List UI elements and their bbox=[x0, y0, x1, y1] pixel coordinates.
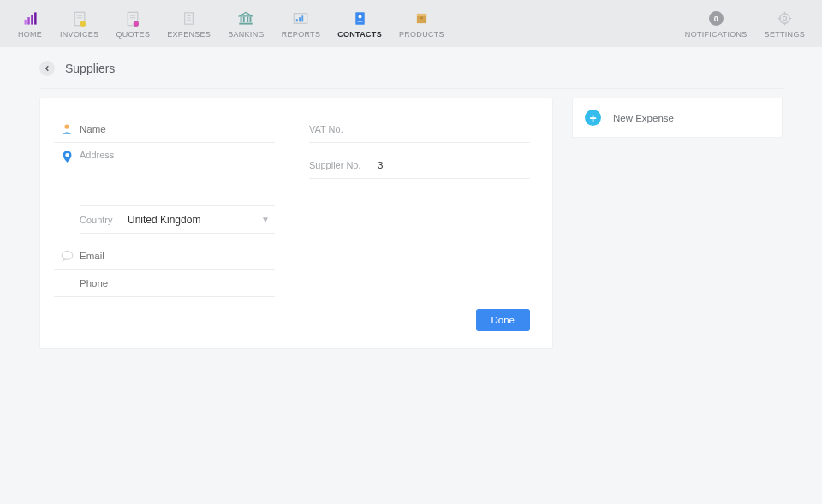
pin-icon bbox=[54, 143, 80, 234]
nav-quotes[interactable]: QUOTES bbox=[107, 9, 158, 39]
done-button[interactable]: Done bbox=[476, 309, 531, 331]
receipt-icon bbox=[182, 9, 195, 28]
svg-point-27 bbox=[358, 15, 361, 19]
svg-point-32 bbox=[783, 16, 786, 20]
name-row bbox=[54, 116, 275, 143]
vat-input[interactable] bbox=[378, 124, 530, 134]
chart-bars-icon bbox=[23, 9, 38, 28]
content-area: Suppliers Address bbox=[0, 47, 822, 349]
person-icon bbox=[54, 123, 80, 135]
svg-point-11 bbox=[134, 21, 139, 26]
email-row bbox=[54, 242, 275, 270]
report-icon bbox=[293, 9, 308, 28]
country-value: United Kingdom bbox=[128, 214, 261, 226]
supplier-no-row: Supplier No. bbox=[309, 151, 530, 179]
main-area: Address Country United Kingdom ▼ bbox=[39, 98, 783, 349]
nav-banking-label: BANKING bbox=[228, 30, 265, 39]
svg-point-38 bbox=[65, 153, 68, 157]
svg-rect-29 bbox=[417, 14, 426, 16]
svg-rect-25 bbox=[302, 15, 304, 21]
page-title: Suppliers bbox=[65, 62, 115, 75]
supplier-form-card: Address Country United Kingdom ▼ bbox=[39, 98, 553, 349]
svg-rect-21 bbox=[240, 23, 253, 25]
invoice-icon bbox=[73, 9, 86, 28]
nav-expenses[interactable]: EXPENSES bbox=[158, 9, 219, 39]
svg-rect-36 bbox=[789, 18, 791, 19]
nav-right: 0 NOTIFICATIONS SETTINGS bbox=[676, 9, 813, 39]
phone-input[interactable] bbox=[80, 278, 275, 288]
nav-left: HOME INVOICES QUOTES EXPENSES BANKING bbox=[9, 9, 453, 39]
breadcrumb: Suppliers bbox=[39, 61, 783, 89]
nav-products-label: PRODUCTS bbox=[399, 30, 444, 39]
svg-point-37 bbox=[64, 124, 68, 128]
nav-home-label: HOME bbox=[18, 30, 42, 39]
svg-rect-3 bbox=[34, 12, 36, 24]
svg-rect-17 bbox=[241, 17, 242, 22]
nav-notifications[interactable]: 0 NOTIFICATIONS bbox=[676, 9, 756, 39]
nav-notifications-label: NOTIFICATIONS bbox=[685, 30, 748, 39]
nav-settings[interactable]: SETTINGS bbox=[756, 9, 813, 39]
svg-rect-33 bbox=[784, 12, 785, 15]
box-icon bbox=[415, 9, 428, 28]
contacts-icon bbox=[354, 9, 366, 28]
nav-quotes-label: QUOTES bbox=[116, 30, 150, 39]
svg-rect-1 bbox=[27, 17, 29, 24]
svg-rect-12 bbox=[185, 13, 194, 24]
top-navigation: HOME INVOICES QUOTES EXPENSES BANKING bbox=[0, 0, 822, 47]
bank-icon bbox=[238, 9, 253, 28]
nav-contacts[interactable]: CONTACTS bbox=[329, 9, 390, 39]
address-label: Address bbox=[80, 143, 275, 162]
new-expense-label: New Expense bbox=[613, 113, 674, 123]
svg-rect-24 bbox=[300, 17, 301, 21]
back-button[interactable] bbox=[39, 61, 55, 76]
form-right-column: VAT No. Supplier No. bbox=[309, 116, 530, 297]
nav-invoices[interactable]: INVOICES bbox=[51, 9, 107, 39]
nav-banking[interactable]: BANKING bbox=[219, 9, 273, 39]
plus-icon: + bbox=[585, 110, 601, 126]
nav-reports-label: REPORTS bbox=[282, 30, 320, 39]
nav-expenses-label: EXPENSES bbox=[167, 30, 211, 39]
country-row[interactable]: Country United Kingdom ▼ bbox=[80, 206, 275, 234]
svg-rect-30 bbox=[420, 17, 423, 20]
gear-icon bbox=[777, 9, 792, 28]
speech-icon bbox=[54, 250, 80, 262]
nav-products[interactable]: PRODUCTS bbox=[390, 9, 453, 39]
phone-row bbox=[54, 270, 275, 297]
svg-rect-20 bbox=[250, 17, 252, 22]
svg-rect-23 bbox=[296, 19, 298, 21]
notifications-count: 0 bbox=[709, 11, 724, 26]
address-input[interactable] bbox=[80, 162, 275, 203]
quote-icon bbox=[126, 9, 140, 28]
supplier-no-label: Supplier No. bbox=[309, 160, 378, 170]
address-row: Address Country United Kingdom ▼ bbox=[54, 143, 275, 234]
svg-rect-34 bbox=[784, 22, 785, 25]
chevron-left-icon bbox=[44, 65, 51, 72]
chevron-down-icon: ▼ bbox=[261, 215, 270, 224]
svg-point-31 bbox=[780, 14, 789, 23]
nav-invoices-label: INVOICES bbox=[60, 30, 98, 39]
new-expense-card[interactable]: + New Expense bbox=[572, 98, 783, 138]
nav-reports[interactable]: REPORTS bbox=[273, 9, 329, 39]
notifications-badge-icon: 0 bbox=[709, 9, 724, 28]
vat-label: VAT No. bbox=[309, 124, 378, 134]
svg-rect-0 bbox=[24, 20, 26, 25]
svg-rect-19 bbox=[247, 17, 249, 22]
name-input[interactable] bbox=[80, 124, 275, 134]
vat-row: VAT No. bbox=[309, 116, 530, 143]
form-left-column: Address Country United Kingdom ▼ bbox=[54, 116, 275, 297]
svg-point-7 bbox=[80, 21, 85, 26]
nav-home[interactable]: HOME bbox=[9, 9, 51, 39]
supplier-no-input[interactable] bbox=[378, 160, 530, 170]
nav-settings-label: SETTINGS bbox=[765, 30, 805, 39]
svg-rect-2 bbox=[31, 15, 33, 24]
svg-point-39 bbox=[62, 251, 73, 259]
email-input[interactable] bbox=[80, 251, 275, 261]
done-row: Done bbox=[476, 309, 531, 331]
country-label: Country bbox=[80, 215, 128, 225]
svg-rect-18 bbox=[243, 17, 245, 22]
svg-rect-35 bbox=[778, 18, 781, 19]
svg-marker-16 bbox=[240, 12, 253, 16]
nav-contacts-label: CONTACTS bbox=[337, 30, 382, 39]
